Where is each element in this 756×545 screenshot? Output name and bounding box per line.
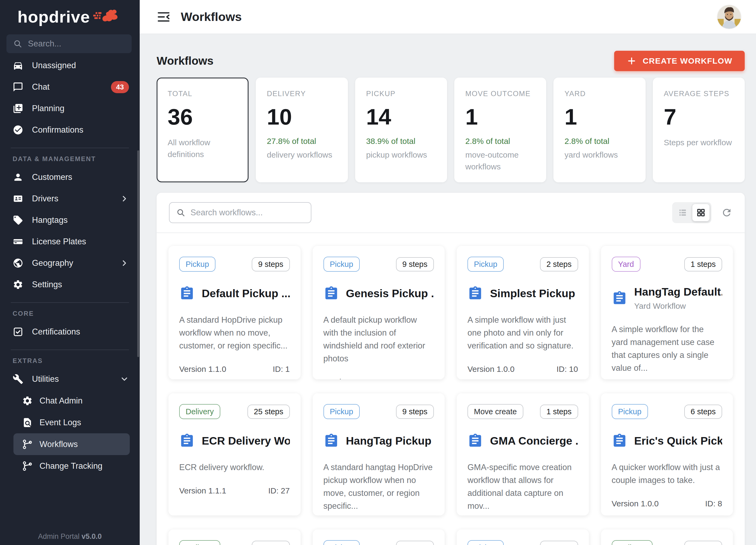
plus-icon bbox=[627, 56, 637, 66]
main-area: Workflows bbox=[140, 0, 756, 545]
workflow-type-badge: Delivery bbox=[179, 404, 220, 419]
sidebar-item-label: Unassigned bbox=[32, 61, 76, 70]
workflow-card[interactable]: Pickup 9 steps Genesis Pickup ... A defa… bbox=[313, 246, 445, 379]
workflow-card[interactable]: Yard 1 steps HangTag Default... Yard Wor… bbox=[601, 246, 733, 379]
workflow-description: A simple workflow for the yard managemen… bbox=[612, 323, 722, 374]
stat-card-total[interactable]: TOTAL 36 All workflow definitions bbox=[157, 78, 249, 182]
workflow-grid: Pickup 9 steps Default Pickup ... A stan… bbox=[157, 233, 745, 545]
sidebar-item-chat[interactable]: Chat 43 bbox=[0, 76, 140, 98]
sidebar-nav: Unassigned Chat 43 Planning Confirmation… bbox=[0, 55, 140, 528]
workflow-version: Version 1.1.0 bbox=[179, 364, 226, 374]
sidebar-search bbox=[6, 34, 132, 53]
sidebar-item-license-plates[interactable]: License Plates bbox=[0, 231, 140, 253]
list-view-button[interactable] bbox=[674, 204, 691, 221]
sidebar-item-label: Customers bbox=[32, 172, 72, 182]
stat-value: 7 bbox=[664, 106, 734, 128]
workflow-card[interactable]: Pickup 6 steps Eric's Quick Pick... A qu… bbox=[601, 393, 733, 515]
sidebar-collapse-button[interactable] bbox=[157, 10, 171, 24]
card-badges: Delivery 6 steps bbox=[179, 540, 290, 545]
stat-caption: yard workflows bbox=[564, 149, 634, 161]
sidebar-item-settings[interactable]: Settings bbox=[0, 274, 140, 295]
footer-version: v5.0.0 bbox=[82, 532, 102, 540]
workflow-card[interactable]: Move create 1 steps GMA Concierge ... GM… bbox=[457, 393, 589, 515]
workflow-version: Version 1.0.0 bbox=[612, 499, 659, 508]
grid-view-button[interactable] bbox=[692, 204, 710, 221]
stat-label: TOTAL bbox=[168, 90, 237, 98]
sidebar-item-unassigned[interactable]: Unassigned bbox=[0, 55, 140, 76]
stat-caption: move-outcome workflows bbox=[465, 149, 535, 172]
stat-percent: 27.8% of total bbox=[267, 137, 337, 146]
sidebar-subitem-event-logs[interactable]: Event Logs bbox=[13, 411, 130, 433]
card-badges: Pickup 9 steps bbox=[323, 404, 434, 419]
sidebar-item-drivers[interactable]: Drivers bbox=[0, 188, 140, 210]
sidebar-item-geography[interactable]: Geography bbox=[0, 253, 140, 274]
sidebar-item-hangtags[interactable]: Hangtags bbox=[0, 210, 140, 231]
sidebar-subitem-chat-admin[interactable]: Chat Admin bbox=[13, 390, 130, 411]
sidebar-item-label: Geography bbox=[32, 258, 73, 268]
workflow-steps-chip: 9 steps bbox=[540, 541, 578, 545]
wrench-icon bbox=[13, 374, 23, 384]
user-avatar[interactable] bbox=[717, 5, 741, 29]
refresh-button[interactable] bbox=[721, 207, 732, 218]
workflow-card[interactable]: Pickup 9 steps bbox=[457, 529, 589, 545]
workflow-card[interactable]: Pickup 9 steps bbox=[313, 529, 445, 545]
workflow-type-badge: Pickup bbox=[612, 404, 648, 419]
footer-app-name: Admin Portal bbox=[38, 532, 80, 540]
sidebar-item-certifications[interactable]: Certifications bbox=[0, 321, 140, 342]
stat-percent: 2.8% of total bbox=[564, 137, 634, 146]
workflows-panel: Pickup 9 steps Default Pickup ... A stan… bbox=[157, 193, 745, 545]
chevron-down-icon bbox=[120, 374, 129, 384]
sidebar-item-customers[interactable]: Customers bbox=[0, 167, 140, 188]
sidebar-item-label: Event Logs bbox=[39, 418, 81, 427]
stat-card-yard[interactable]: YARD 1 2.8% of total yard workflows bbox=[553, 78, 645, 182]
sidebar-item-utilities[interactable]: Utilities bbox=[0, 368, 140, 390]
workflow-type-badge: Pickup bbox=[467, 540, 504, 545]
card-footer: Version 1.0.0 ID: 10 bbox=[467, 364, 578, 374]
sidebar-subitem-workflows[interactable]: Workflows bbox=[13, 433, 130, 455]
workflow-steps-chip: 25 steps bbox=[247, 405, 290, 419]
workflow-type-badge: Pickup bbox=[467, 257, 504, 272]
sidebar-search-input[interactable] bbox=[28, 39, 125, 49]
card-title-row: GMA Concierge ... bbox=[467, 433, 578, 449]
workflow-type-badge: Pickup bbox=[323, 257, 360, 272]
section-label-extras: EXTRAS bbox=[13, 357, 140, 364]
list-view-icon bbox=[678, 208, 687, 218]
chat-bubble-icon bbox=[13, 82, 23, 92]
stat-card-move-outcome[interactable]: MOVE OUTCOME 1 2.8% of total move-outcom… bbox=[454, 78, 546, 182]
page-head: Workflows CREATE WORKFLOW bbox=[157, 51, 745, 71]
stat-caption: Steps per workflow bbox=[664, 137, 734, 149]
workflow-steps-chip: 9 steps bbox=[396, 541, 434, 545]
check-circle-icon bbox=[13, 125, 23, 135]
stat-card-pickup[interactable]: PICKUP 14 38.9% of total pickup workflow… bbox=[355, 78, 447, 182]
workflow-title: HangTag Pickup ... bbox=[346, 435, 434, 447]
refresh-icon bbox=[721, 207, 732, 218]
search-icon bbox=[176, 208, 186, 218]
card-title-row: ECR Delivery Wo... bbox=[179, 433, 290, 449]
card-badges: Delivery 25 steps bbox=[179, 404, 290, 419]
card-badges: Yard 1 steps bbox=[612, 257, 722, 272]
sidebar-divider bbox=[11, 302, 129, 303]
workflow-card[interactable]: Pickup 2 steps Simplest Pickup ... A sim… bbox=[457, 246, 589, 379]
workflow-card[interactable]: Delivery 6 steps bbox=[168, 529, 301, 545]
card-badges: Pickup 2 steps bbox=[467, 257, 578, 272]
sidebar-subitem-change-tracking[interactable]: Change Tracking bbox=[13, 455, 130, 477]
workflow-id: ID: 27 bbox=[268, 486, 290, 495]
globe-icon bbox=[13, 258, 23, 269]
workflow-card[interactable]: Pickup 9 steps HangTag Pickup ... A stan… bbox=[313, 393, 445, 515]
sidebar-item-planning[interactable]: Planning bbox=[0, 98, 140, 119]
sidebar-item-confirmations[interactable]: Confirmations bbox=[0, 119, 140, 141]
workflow-card[interactable]: Delivery 9 steps bbox=[601, 529, 733, 545]
workflow-search-input[interactable] bbox=[190, 208, 304, 218]
logo[interactable]: hopdrive bbox=[0, 6, 140, 27]
workflow-card[interactable]: Delivery 25 steps ECR Delivery Wo... ECR… bbox=[168, 393, 301, 515]
sidebar-divider bbox=[11, 349, 129, 350]
stat-card-delivery[interactable]: DELIVERY 10 27.8% of total delivery work… bbox=[256, 78, 348, 182]
sidebar-scrollbar[interactable] bbox=[137, 150, 139, 357]
workflow-search bbox=[169, 202, 311, 223]
create-workflow-button[interactable]: CREATE WORKFLOW bbox=[614, 51, 745, 71]
license-plate-icon bbox=[13, 236, 23, 247]
stat-card-average-steps[interactable]: AVERAGE STEPS 7 Steps per workflow bbox=[653, 78, 745, 182]
person-icon bbox=[13, 172, 23, 183]
workflow-steps-chip: 2 steps bbox=[540, 257, 578, 272]
workflow-card[interactable]: Pickup 9 steps Default Pickup ... A stan… bbox=[168, 246, 301, 379]
